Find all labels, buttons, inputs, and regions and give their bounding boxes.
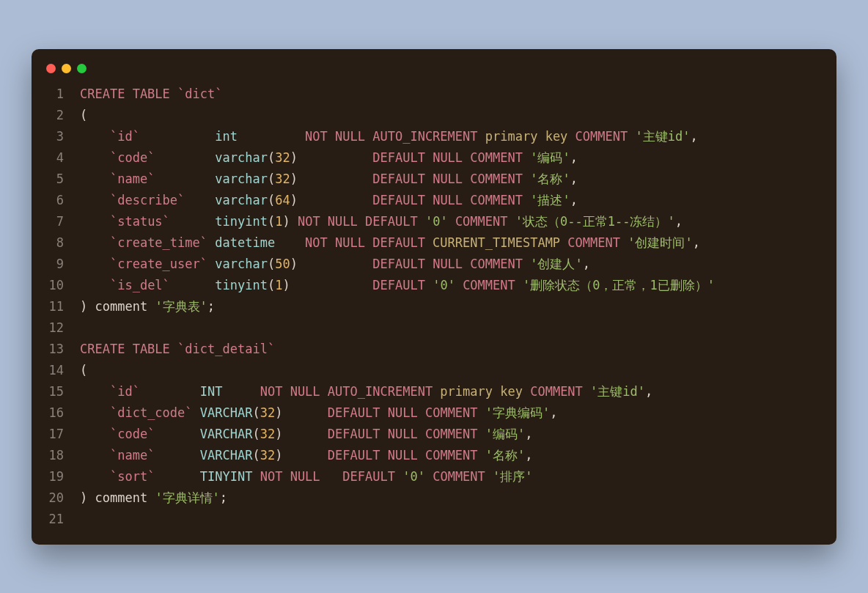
line-content: `name` varchar(32) DEFAULT NULL COMMENT … bbox=[80, 169, 578, 190]
code-line: 5 `name` varchar(32) DEFAULT NULL COMMEN… bbox=[32, 169, 836, 190]
token-type: VARCHAR bbox=[200, 405, 253, 420]
token-type: int bbox=[215, 129, 238, 144]
token-kw: COMMENT bbox=[425, 448, 485, 463]
token-bt: `id` bbox=[110, 384, 140, 399]
token-p bbox=[328, 469, 342, 484]
window-titlebar bbox=[32, 64, 836, 84]
token-type: varchar bbox=[215, 257, 268, 271]
token-p bbox=[298, 193, 372, 207]
token-p bbox=[207, 257, 215, 271]
maximize-icon[interactable] bbox=[77, 64, 87, 73]
token-bt: `create_time` bbox=[110, 235, 207, 250]
token-num: 32 bbox=[260, 405, 275, 420]
token-p bbox=[448, 214, 455, 229]
code-line: 8 `create_time` datetime NOT NULL DEFAUL… bbox=[32, 232, 836, 254]
code-line: 18 `name` VARCHAR(32) DEFAULT NULL COMME… bbox=[32, 445, 836, 466]
token-p bbox=[80, 129, 110, 144]
token-p: ; bbox=[207, 299, 215, 314]
line-content: ( bbox=[80, 105, 87, 126]
token-type: varchar bbox=[215, 193, 268, 207]
token-p bbox=[275, 235, 305, 250]
line-content: `dict_code` VARCHAR(32) DEFAULT NULL COM… bbox=[80, 402, 558, 424]
token-kw: DEFAULT bbox=[342, 469, 402, 484]
code-line: 21 bbox=[32, 509, 836, 530]
token-p bbox=[298, 172, 372, 186]
token-p: ) bbox=[80, 299, 95, 314]
line-content: `is_del` tinyint(1) DEFAULT '0' COMMENT … bbox=[80, 275, 715, 296]
token-p: ( bbox=[252, 427, 260, 441]
token-p: , bbox=[570, 150, 578, 165]
line-content: `status` tinyint(1) NOT NULL DEFAULT '0'… bbox=[80, 211, 683, 232]
line-content: CREATE TABLE `dict_detail` bbox=[80, 339, 275, 360]
token-p: ( bbox=[268, 193, 275, 207]
token-bt: `dict_code` bbox=[110, 405, 193, 420]
token-p bbox=[80, 150, 110, 165]
token-p bbox=[252, 469, 260, 484]
line-number: 1 bbox=[32, 84, 80, 105]
code-line: 13CREATE TABLE `dict_detail` bbox=[32, 339, 836, 360]
token-str: '描述' bbox=[530, 193, 570, 207]
token-str: '名称' bbox=[485, 448, 525, 463]
line-number: 7 bbox=[32, 211, 80, 232]
token-p: ) bbox=[290, 257, 298, 271]
token-p bbox=[170, 214, 215, 229]
token-p: , bbox=[525, 448, 532, 463]
token-type: VARCHAR bbox=[200, 427, 253, 441]
code-line: 7 `status` tinyint(1) NOT NULL DEFAULT '… bbox=[32, 211, 836, 232]
line-content: `name` VARCHAR(32) DEFAULT NULL COMMENT … bbox=[80, 445, 533, 466]
token-bt: `status` bbox=[110, 214, 170, 229]
token-bt: `dict` bbox=[177, 86, 222, 101]
line-content: `create_user` varchar(50) DEFAULT NULL C… bbox=[80, 254, 590, 275]
line-content: ( bbox=[80, 360, 87, 381]
token-type: tinyint bbox=[215, 278, 268, 292]
line-number: 10 bbox=[32, 275, 80, 296]
line-number: 6 bbox=[32, 190, 80, 211]
token-p bbox=[298, 150, 372, 165]
line-number: 12 bbox=[32, 317, 80, 339]
line-number: 15 bbox=[32, 381, 80, 402]
token-bt: `dict_detail` bbox=[177, 342, 275, 356]
close-icon[interactable] bbox=[46, 64, 56, 73]
line-content: `create_time` datetime NOT NULL DEFAULT … bbox=[80, 232, 700, 254]
line-number: 19 bbox=[32, 466, 80, 487]
token-str: '创建人' bbox=[530, 257, 582, 271]
token-kw: NOT NULL DEFAULT bbox=[298, 214, 425, 229]
token-p: , bbox=[690, 129, 697, 144]
token-kw: COMMENT bbox=[455, 214, 515, 229]
token-p: ( bbox=[80, 363, 87, 377]
token-p bbox=[193, 405, 200, 420]
token-str: '主键id' bbox=[635, 129, 690, 144]
line-number: 17 bbox=[32, 424, 80, 445]
token-type: TINYINT bbox=[200, 469, 253, 484]
line-number: 14 bbox=[32, 360, 80, 381]
token-str: '状态（0--正常1--冻结）' bbox=[515, 214, 675, 229]
token-kw: COMMENT bbox=[575, 129, 636, 144]
token-p: ) bbox=[290, 172, 298, 186]
code-area[interactable]: 1CREATE TABLE `dict`2(3 `id` int NOT NUL… bbox=[32, 84, 836, 530]
token-cmt: comment bbox=[95, 299, 155, 314]
token-str: '名称' bbox=[530, 172, 570, 186]
token-kw: DEFAULT NULL bbox=[372, 172, 470, 186]
token-p bbox=[282, 448, 327, 463]
token-num: 1 bbox=[275, 278, 282, 292]
token-p bbox=[140, 129, 215, 144]
token-p: ( bbox=[268, 278, 275, 292]
token-kw: COMMENT bbox=[425, 427, 485, 441]
code-window: 1CREATE TABLE `dict`2(3 `id` int NOT NUL… bbox=[32, 49, 836, 545]
line-number: 21 bbox=[32, 509, 80, 530]
token-p bbox=[223, 384, 260, 399]
minimize-icon[interactable] bbox=[62, 64, 71, 73]
code-line: 17 `code` VARCHAR(32) DEFAULT NULL COMME… bbox=[32, 424, 836, 445]
token-str: '编码' bbox=[485, 427, 525, 441]
token-p bbox=[455, 278, 463, 292]
token-p bbox=[80, 405, 110, 420]
token-bt: `describe` bbox=[110, 193, 185, 207]
line-content: CREATE TABLE `dict` bbox=[80, 84, 222, 105]
token-kw: COMMENT bbox=[470, 193, 530, 207]
token-p: , bbox=[583, 257, 590, 271]
token-p: ) bbox=[275, 427, 282, 441]
token-p: ( bbox=[268, 150, 275, 165]
token-p bbox=[282, 427, 327, 441]
token-p bbox=[80, 193, 110, 207]
line-number: 9 bbox=[32, 254, 80, 275]
